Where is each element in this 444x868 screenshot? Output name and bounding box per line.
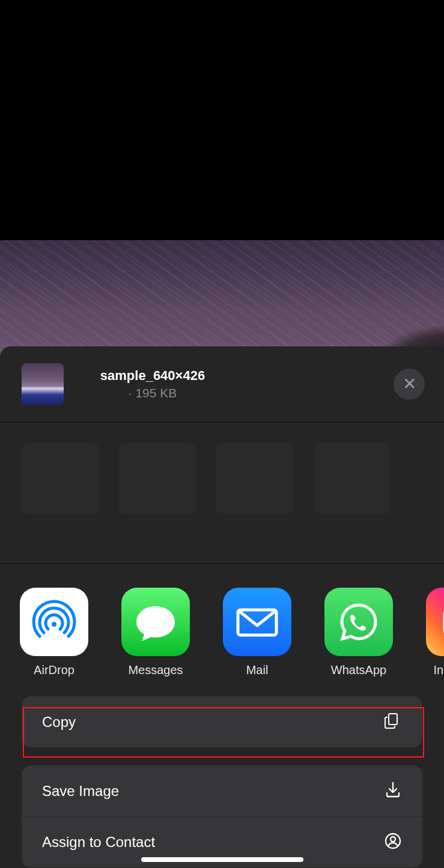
- action-label: Save Image: [42, 783, 119, 800]
- action-list: Copy Save Image: [0, 677, 444, 867]
- app-label: AirDrop: [34, 663, 75, 677]
- download-icon: [384, 781, 402, 801]
- share-app-messages[interactable]: Messages: [121, 588, 190, 677]
- sheet-header: sample_640×426 · 195 KB ✕: [0, 346, 444, 422]
- svg-point-0: [52, 622, 56, 627]
- messages-icon: [121, 588, 190, 656]
- recent-placeholder: [21, 443, 99, 514]
- copy-action[interactable]: Copy: [22, 696, 422, 747]
- recent-placeholder: [216, 443, 294, 514]
- close-button[interactable]: ✕: [394, 369, 425, 400]
- app-label: WhatsApp: [331, 663, 386, 677]
- share-app-instagram[interactable]: Instagram: [426, 588, 444, 677]
- share-app-airdrop[interactable]: AirDrop: [20, 588, 88, 677]
- file-size: · 195 KB: [75, 386, 231, 400]
- app-label: Messages: [128, 663, 183, 677]
- file-info: sample_640×426 · 195 KB: [75, 368, 231, 400]
- instagram-icon: [426, 588, 444, 656]
- action-label: Assign to Contact: [42, 834, 155, 851]
- file-thumbnail: [22, 363, 64, 405]
- background-photo: [0, 240, 444, 360]
- action-label: Copy: [42, 714, 76, 731]
- copy-icon: [383, 711, 402, 733]
- svg-rect-5: [389, 714, 397, 725]
- svg-point-7: [391, 837, 395, 842]
- action-group: Copy: [22, 696, 422, 747]
- share-sheet: sample_640×426 · 195 KB ✕: [0, 346, 444, 868]
- airdrop-recents-row: [0, 423, 444, 564]
- app-label: Instagram: [434, 663, 444, 677]
- app-label: Mail: [246, 663, 269, 677]
- home-indicator[interactable]: [141, 857, 303, 862]
- action-group: Save Image Assign to Contact: [22, 765, 422, 867]
- recent-placeholder: [118, 443, 196, 514]
- mail-icon: [223, 588, 291, 656]
- file-name: sample_640×426: [75, 368, 231, 384]
- share-app-mail[interactable]: Mail: [223, 588, 291, 677]
- recent-placeholder: [313, 443, 391, 514]
- airdrop-icon: [20, 588, 88, 656]
- contact-icon: [384, 832, 402, 852]
- close-icon: ✕: [403, 376, 416, 393]
- whatsapp-icon: [324, 588, 393, 656]
- share-apps-row[interactable]: AirDrop Messages Mail: [0, 564, 444, 677]
- save-image-action[interactable]: Save Image: [22, 765, 422, 816]
- share-app-whatsapp[interactable]: WhatsApp: [324, 588, 393, 677]
